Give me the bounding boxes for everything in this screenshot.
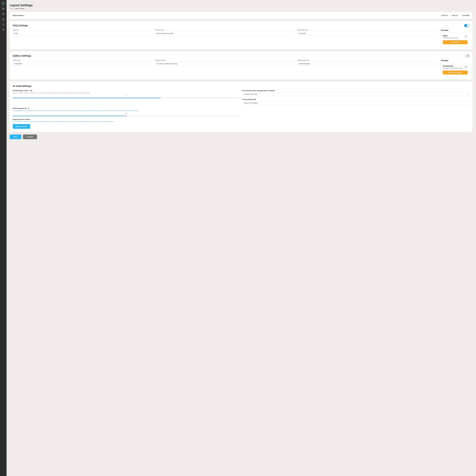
breadcrumb-home[interactable]: Home (10, 8, 14, 9)
gallery-button-input[interactable] (297, 62, 438, 66)
gallery-title-label: Gallery Title (13, 59, 153, 61)
keyword-actions-section: Keyword Based Actions (If user questions… (13, 119, 469, 129)
faq-toggle-knob (467, 24, 469, 27)
next-prompt-select[interactable]: Connect to Live Chat Open a Form Set an … (242, 92, 469, 96)
sidebar-icon-chat[interactable] (1, 1, 5, 6)
prompt-button-input[interactable] (242, 101, 469, 105)
faq-title-label: FAQ Title (13, 29, 153, 31)
gallery-preview-text: Testimonials See what our clients have t… (443, 65, 462, 69)
gallery-button-group: Gallery Button Title (297, 59, 438, 66)
save-label: Save (14, 136, 17, 138)
gallery-fields-row: Gallery Title Gallery Sub Title Gallery … (13, 59, 438, 66)
gallery-preview-btn[interactable]: View Testimonials (443, 70, 468, 74)
vsa-temp-hint: (Low temperature (0 to 0.3): More focuse… (13, 110, 240, 112)
vsa-limit-slider-fill (13, 98, 160, 98)
svg-rect-3 (3, 9, 4, 10)
gallery-preview-header: Testimonials See what our clients have t… (443, 65, 468, 69)
faq-subtitle-group: FAQ Sub Title (155, 29, 295, 35)
vsa-temp-value: 0.5 (13, 113, 240, 114)
keyword-hint: (If user questions to VSA or AI response… (13, 121, 469, 122)
vsa-limit-slider-thumb[interactable] (159, 97, 161, 99)
gallery-preview-area: Preview Testimonials See what our client… (441, 59, 469, 76)
gallery-subtitle-label: Gallery Sub Title (155, 59, 295, 61)
faq-preview-card-title: FAQ's (443, 35, 459, 37)
breadcrumb-current: Layout Settings (15, 8, 25, 9)
gallery-title-input[interactable] (13, 62, 153, 66)
vsa-limit-value: 7 (13, 95, 240, 96)
faq-help-icon: ? (464, 35, 468, 38)
ai-grid-spacer (242, 107, 469, 116)
gallery-subtitle-group: Gallery Sub Title (155, 59, 295, 66)
faq-button-group: FAQ Button Title (297, 29, 438, 35)
faq-section-title: FAQ Settings (13, 24, 28, 27)
faq-fields-row: FAQ Title FAQ Sub Title FAQ Button Title (13, 29, 438, 35)
prompt-btn-group: Prompt button title (242, 99, 469, 105)
sidebar-icon-grid[interactable] (1, 7, 5, 11)
next-prompt-group: Next Prompt, when message limit is reach… (242, 90, 469, 105)
faq-preview-text: FAQ's Get the answers you need! (443, 35, 459, 39)
svg-rect-1 (3, 8, 4, 9)
prompt-button-label: Prompt button title (242, 99, 469, 100)
next-prompt-select-wrapper: Connect to Live Chat Open a Form Set an … (242, 92, 469, 96)
sidebar (0, 0, 7, 476)
faq-title-input[interactable] (13, 32, 153, 35)
gallery-preview-title: Preview (441, 59, 469, 62)
badge-livechat-label: Live Chat (462, 15, 469, 16)
badge-livechat: ✓ Live Chat (460, 14, 469, 17)
gallery-preview-card-title: Testimonials (443, 65, 462, 67)
faq-title-group: FAQ Title (13, 29, 153, 35)
add-new-action-button[interactable]: Add new action (13, 124, 30, 129)
branch-badges: ✓ VSA 1.0 ✓ VSA 2.0 ✓ Live Chat (440, 14, 469, 17)
gallery-fields: Gallery Title Gallery Sub Title Gallery … (13, 59, 438, 76)
faq-settings-header: FAQ Settings (13, 24, 469, 27)
faq-preview-title: Preview (441, 29, 469, 32)
faq-subtitle-label: FAQ Sub Title (155, 29, 295, 31)
gallery-preview-card-subtitle: See what our clients have to say! (443, 68, 462, 69)
vsa-temp-slider-track (13, 116, 240, 116)
add-action-label: Add new action (15, 125, 28, 127)
gallery-subtitle-input[interactable] (155, 62, 295, 66)
vsa-temp-title: VSA Temprature (0 - 1) (13, 107, 240, 109)
gallery-settings-card: Gallery Settings Gallery Title Gallery S… (10, 51, 473, 79)
faq-button-input[interactable] (297, 32, 438, 35)
gallery-help-icon: ? (464, 65, 468, 69)
faq-preview-btn[interactable]: View FAQs (443, 40, 468, 44)
faq-preview-header: FAQ's Get the answers you need! ? (443, 35, 468, 39)
vsa-limit-hint: (Once user reaches this limit, next acti… (13, 92, 240, 94)
faq-button-label: FAQ Button Title (297, 29, 438, 31)
preview-label: Preview (27, 136, 33, 138)
gallery-settings-header: Gallery Settings (13, 54, 469, 57)
main-content: Layout Settings Home - Layout Settings B… (7, 0, 476, 476)
faq-preview-card-subtitle: Get the answers you need! (443, 37, 459, 39)
breadcrumb: Home - Layout Settings (10, 8, 473, 9)
vsa-temp-slider-thumb[interactable] (125, 115, 127, 117)
sidebar-icon-list1[interactable] (1, 22, 5, 27)
gallery-content: Gallery Title Gallery Sub Title Gallery … (13, 59, 469, 76)
check-icon-vsa1: ✓ (440, 14, 442, 17)
gallery-preview-card: Testimonials See what our clients have t… (441, 63, 469, 76)
faq-subtitle-input[interactable] (155, 32, 295, 35)
check-icon-livechat: ✓ (460, 14, 462, 17)
bottom-actions: Save Preview (10, 135, 473, 139)
vsa-limit-group: VSA Message Limit (1 - 10) (Once user re… (13, 90, 240, 105)
badge-vsa1: ✓ VSA 1.0 (440, 14, 448, 17)
preview-button[interactable]: Preview (23, 135, 37, 139)
gallery-toggle[interactable] (464, 54, 469, 57)
sidebar-icon-doc1[interactable] (1, 12, 5, 16)
ai-chat-settings-card: AI Chat Settings VSA Message Limit (1 - … (10, 82, 473, 132)
svg-rect-2 (2, 9, 3, 10)
faq-content: FAQ Title FAQ Sub Title FAQ Button Title… (13, 29, 469, 46)
gallery-toggle-knob (464, 55, 467, 57)
vsa-temp-group: VSA Temprature (0 - 1) (Low temperature … (13, 107, 240, 116)
sidebar-icon-doc2[interactable] (1, 17, 5, 21)
sidebar-icon-list2[interactable] (1, 28, 5, 32)
faq-preview-area: Preview FAQ's Get the answers you need! … (441, 29, 469, 46)
gallery-button-label: Gallery Button Title (297, 59, 438, 61)
ai-settings-grid: VSA Message Limit (1 - 10) (Once user re… (13, 90, 469, 116)
faq-toggle[interactable] (464, 24, 469, 27)
vsa-temp-slider-fill (13, 116, 126, 116)
check-icon-vsa2: ✓ (450, 14, 452, 17)
save-button[interactable]: Save (10, 135, 21, 139)
vsa-limit-slider-track (13, 98, 240, 98)
gallery-section-title: Gallery Settings (13, 54, 31, 57)
